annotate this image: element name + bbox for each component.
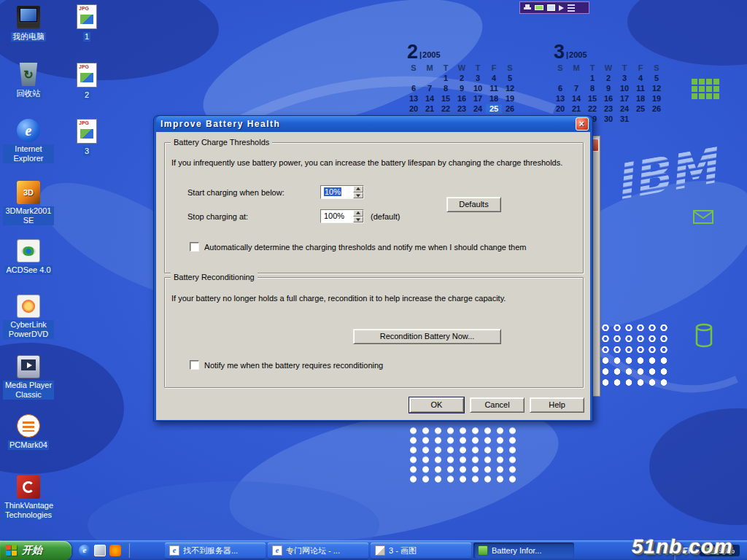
- stop-threshold-spinner[interactable]: 100%: [320, 209, 364, 223]
- desktop-icon-recycle-bin[interactable]: 回收站: [3, 63, 54, 99]
- calendar-day: 20: [406, 104, 422, 114]
- calendar-year: 2005: [419, 50, 441, 61]
- battery-charge-thresholds-group: Battery Charge Thresholds If you infrequ…: [164, 142, 584, 273]
- taskbar-task-paint[interactable]: 3 - 画图: [371, 542, 471, 559]
- stop-threshold-value[interactable]: 100%: [321, 210, 353, 222]
- calendar-day: 11: [486, 84, 502, 93]
- dialog-close-button[interactable]: ×: [576, 117, 589, 131]
- calendar-day: 30: [600, 114, 616, 124]
- taskbar-divider: [128, 543, 130, 558]
- spin-up-icon[interactable]: [353, 186, 363, 192]
- dialog-titlebar[interactable]: Improve Battery Health ×: [156, 116, 590, 132]
- spin-down-icon[interactable]: [353, 192, 363, 199]
- desktop-icon-acdsee[interactable]: ACDSee 4.0: [3, 239, 54, 276]
- file-icon-2[interactable]: JPG2: [61, 63, 112, 101]
- start-threshold-spinner[interactable]: 10%: [320, 185, 364, 199]
- taskbar-task-forum[interactable]: 专门网论坛 - ...: [268, 542, 368, 559]
- plug-icon[interactable]: [524, 4, 531, 12]
- calendar-day: 10: [470, 84, 486, 93]
- calendar-day: 19: [649, 94, 665, 104]
- task-label: 3 - 画图: [389, 545, 417, 556]
- calendar-day: 2: [600, 74, 616, 83]
- calendar-day: 1: [438, 74, 454, 83]
- calendar-year: 2005: [566, 50, 587, 61]
- calendar-day: 7: [568, 84, 584, 93]
- show-desktop-icon[interactable]: [94, 545, 106, 556]
- start-button[interactable]: 开始: [0, 541, 71, 560]
- volume-icon[interactable]: [559, 5, 564, 11]
- calendar-day: 9: [600, 84, 616, 93]
- taskbar-task-battery-information[interactable]: Battery Infor...: [473, 542, 574, 559]
- calendar-day: 14: [568, 94, 584, 104]
- calendar-day: 18: [632, 94, 649, 104]
- calendar-day: 5: [502, 74, 518, 83]
- spin-up-icon[interactable]: [353, 210, 363, 217]
- battery-reconditioning-group: Battery Reconditioning If your battery n…: [164, 277, 584, 388]
- calendar-day: 6: [406, 84, 422, 93]
- power-scheme-toolbar[interactable]: [519, 1, 589, 14]
- taskbar-tasks: 找不到服务器...专门网论坛 - ...3 - 画图Battery Infor.…: [165, 542, 574, 559]
- desktop-icon-my-computer[interactable]: 我的电脑: [3, 6, 54, 42]
- calendar-day: 15: [438, 94, 454, 104]
- calendar-day: 21: [568, 104, 584, 114]
- desktop-icon-pcmark04[interactable]: PCMark04: [3, 414, 54, 451]
- start-threshold-value[interactable]: 10%: [321, 186, 353, 198]
- spin-down-icon[interactable]: [353, 217, 363, 223]
- calendar-month: 3: [554, 43, 565, 61]
- default-note: (default): [371, 212, 400, 221]
- desktop-icon-label: 3DMark2001 SE: [3, 206, 54, 225]
- calendar-day: 20: [552, 104, 568, 114]
- help-button[interactable]: Help: [530, 397, 584, 413]
- media-player-icon[interactable]: [109, 545, 121, 556]
- display-icon[interactable]: [547, 4, 555, 11]
- calendar-day: [568, 74, 584, 83]
- calendar-day: 21: [422, 104, 438, 114]
- calendar-dow: S: [406, 63, 422, 73]
- thinkvantage-icon: [17, 475, 40, 499]
- grid-icon[interactable]: [568, 4, 575, 12]
- auto-determine-label: Automatically determine the charging thr…: [204, 243, 526, 252]
- calendar-day: 26: [649, 104, 665, 114]
- calendar-day: [649, 114, 665, 124]
- recondition-battery-button[interactable]: Recondition Battery Now...: [353, 329, 501, 344]
- calendar-day: 26: [502, 104, 518, 114]
- start-charging-label: Start charging when below:: [187, 188, 285, 197]
- desktop-icon-label: Internet Explorer: [3, 144, 54, 163]
- desktop-icon-3dmark2001[interactable]: 3DMark2001 SE: [3, 181, 54, 226]
- desktop-icon-internet-explorer[interactable]: Internet Explorer: [3, 119, 54, 164]
- ie-icon[interactable]: [79, 545, 90, 556]
- desktop-icon-label: CyberLink PowerDVD: [3, 320, 54, 339]
- watermark: 51nb.com: [632, 535, 733, 559]
- ok-button[interactable]: OK: [409, 397, 464, 413]
- thresholds-group-title: Battery Charge Thresholds: [171, 138, 272, 147]
- task-label: Battery Infor...: [492, 546, 541, 555]
- cancel-button[interactable]: Cancel: [470, 397, 525, 413]
- defaults-button[interactable]: Defaults: [446, 197, 501, 212]
- calendar-header: 32005: [552, 42, 667, 61]
- acdsee-icon: [17, 239, 40, 262]
- desktop-icon-powerdvd[interactable]: CyberLink PowerDVD: [3, 295, 54, 340]
- file-icon-1[interactable]: JPG1: [61, 4, 112, 42]
- calendar-day: 16: [600, 94, 616, 104]
- taskbar-task-server-not-found[interactable]: 找不到服务器...: [165, 542, 266, 559]
- ie-page-icon: [272, 545, 282, 556]
- calendar-day: 13: [552, 94, 568, 104]
- calendar-dow: T: [616, 63, 632, 73]
- desktop-icon-thinkvantage[interactable]: ThinkVantage Technologies: [3, 475, 54, 521]
- auto-determine-checkbox[interactable]: [190, 242, 199, 252]
- jpg-file-icon: JPG: [77, 119, 97, 144]
- notify-reconditioning-checkbox[interactable]: [190, 360, 199, 370]
- battery-icon[interactable]: [535, 5, 543, 10]
- calendar-dow: T: [438, 63, 454, 73]
- improve-battery-health-dialog: Improve Battery Health × Battery Charge …: [153, 115, 593, 421]
- calendar-dow: S: [649, 63, 665, 73]
- calendar-dow: F: [632, 63, 649, 73]
- file-icon-3[interactable]: JPG3: [61, 119, 112, 157]
- calendar-day: 22: [438, 104, 454, 114]
- calendar-day: 13: [406, 94, 422, 104]
- calendar-day: 24: [616, 104, 632, 114]
- ring-pattern-right: [600, 322, 670, 355]
- jpg-file-icon: JPG: [77, 63, 97, 88]
- desktop-icon-mpc[interactable]: Media Player Classic: [3, 355, 54, 400]
- calendar-day: [422, 74, 438, 83]
